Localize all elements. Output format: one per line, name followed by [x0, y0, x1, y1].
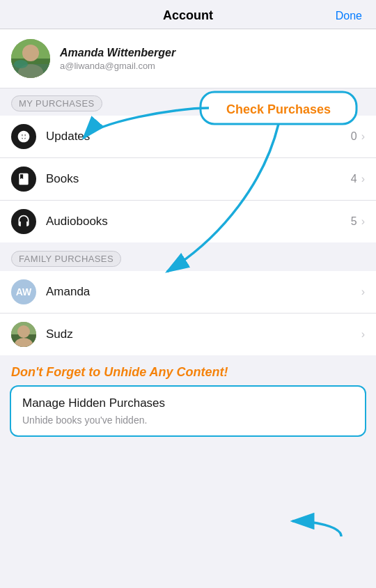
- list-item[interactable]: Updates 0 ›: [0, 116, 376, 158]
- manage-hidden-title: Manage Hidden Purchases: [22, 396, 354, 410]
- books-icon: [11, 167, 36, 192]
- books-count: 4: [351, 173, 357, 185]
- family-purchases-section-header: FAMILY PURCHASES: [0, 244, 376, 271]
- amanda-avatar: AW: [11, 279, 36, 304]
- avatar: [11, 39, 50, 78]
- profile-info: Amanda Wittenberger a@liwanda@gmail.com: [60, 47, 365, 71]
- sudz-label: Sudz: [46, 327, 361, 341]
- manage-hidden-subtitle: Unhide books you've hidden.: [22, 415, 354, 426]
- done-button[interactable]: Done: [327, 10, 362, 22]
- profile-section: Amanda Wittenberger a@liwanda@gmail.com: [0, 29, 376, 88]
- svg-point-11: [17, 325, 30, 338]
- page-title: Account: [49, 8, 327, 23]
- page-wrapper: Account Done Amanda Wittenberger a@liwan…: [0, 0, 376, 437]
- books-chevron: ›: [361, 173, 365, 185]
- updates-icon: [11, 124, 36, 149]
- family-purchases-label: FAMILY PURCHASES: [11, 251, 121, 267]
- amanda-chevron: ›: [361, 286, 365, 298]
- updates-label: Updates: [46, 130, 351, 144]
- svg-point-2: [22, 45, 39, 61]
- dont-forget-banner: Don't Forget to Unhide Any Content!: [0, 355, 376, 385]
- amanda-label: Amanda: [46, 285, 361, 299]
- list-item[interactable]: Sudz ›: [0, 314, 376, 355]
- sudz-chevron: ›: [361, 328, 365, 341]
- audiobooks-chevron: ›: [361, 215, 365, 228]
- my-purchases-section-header: MY PURCHASES: [0, 88, 376, 116]
- svg-point-5: [14, 60, 28, 68]
- manage-hidden-purchases-box[interactable]: Manage Hidden Purchases Unhide books you…: [10, 385, 366, 437]
- audiobooks-icon: [11, 209, 36, 234]
- audiobooks-label: Audiobooks: [46, 215, 351, 229]
- list-item[interactable]: Books 4 ›: [0, 158, 376, 201]
- family-purchases-list: AW Amanda › Sudz ›: [0, 271, 376, 355]
- my-purchases-label: MY PURCHASES: [11, 95, 102, 111]
- avatar-image: [11, 39, 50, 78]
- list-item[interactable]: AW Amanda ›: [0, 271, 376, 314]
- sudz-avatar: [11, 322, 36, 347]
- svg-rect-8: [19, 139, 28, 141]
- updates-chevron: ›: [361, 130, 365, 143]
- my-purchases-list: Updates 0 › Books 4 › Audiobooks 5 ›: [0, 116, 376, 242]
- sudz-avatar-image: [11, 322, 36, 347]
- audiobooks-count: 5: [351, 215, 357, 228]
- list-item[interactable]: Audiobooks 5 ›: [0, 201, 376, 242]
- books-label: Books: [46, 172, 351, 186]
- updates-count: 0: [351, 130, 357, 143]
- header: Account Done: [0, 0, 376, 29]
- profile-email: a@liwanda@gmail.com: [60, 61, 365, 71]
- profile-name: Amanda Wittenberger: [60, 47, 365, 59]
